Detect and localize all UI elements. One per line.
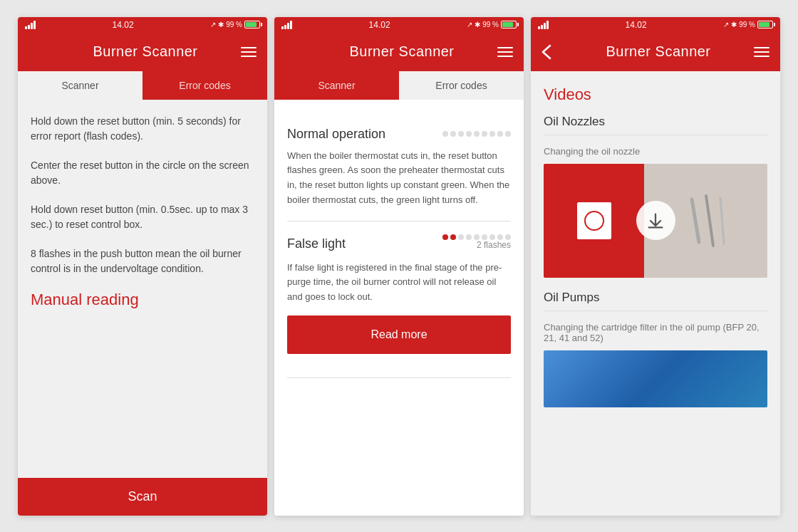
signal-bar-1 — [25, 26, 27, 29]
signal-bar-3 — [31, 23, 33, 29]
signal-bar-4 — [33, 21, 36, 29]
dot-f-2 — [450, 234, 456, 240]
signal-bar-2-3 — [287, 23, 289, 29]
download-icon — [646, 211, 665, 231]
status-right-3: ↗ ✱ 99 % — [723, 21, 773, 28]
oil-pumps-item: Oil Pumps Changing the cartridge filter … — [544, 291, 767, 407]
bluetooth-icon-3: ✱ — [731, 21, 737, 28]
arrow-icon-2: ↗ — [467, 21, 472, 28]
wifi-percent-3: 99 % — [739, 21, 755, 28]
arrow-icon-1: ↗ — [210, 21, 216, 28]
status-bar-2: 14.02 ↗ ✱ 99 % — [274, 17, 524, 33]
video-bg-left-1 — [544, 164, 644, 278]
signal-bars-3 — [538, 21, 549, 29]
dot-n-4 — [466, 131, 472, 137]
divider-1 — [544, 135, 767, 135]
oil-nozzles-thumbnail[interactable] — [544, 164, 767, 278]
oil-pumps-thumbnail[interactable] — [544, 350, 767, 407]
menu-icon-2[interactable] — [497, 47, 513, 57]
menu-line-3-3 — [754, 56, 770, 57]
app-header-1: Burner Scanner — [18, 33, 267, 71]
menu-line-2-2 — [497, 51, 513, 53]
svg-line-0 — [692, 199, 699, 242]
signal-bar-2-4 — [290, 21, 292, 29]
dot-f-1 — [442, 234, 448, 240]
false-light-desc: If false light is registered in the fina… — [287, 261, 511, 305]
download-circle-1 — [636, 201, 675, 240]
videos-section-title: Videos — [544, 85, 767, 104]
dot-n-7 — [489, 131, 495, 137]
back-button[interactable] — [542, 44, 563, 60]
false-light-flash-count: 2 flashes — [477, 240, 511, 250]
oil-nozzles-item: Oil Nozzles Changing the oil nozzle — [544, 115, 767, 278]
status-bar-1: 14.02 ↗ ✱ 99 % — [18, 17, 267, 33]
app-header-3: Burner Scanner — [531, 33, 780, 71]
dot-f-6 — [482, 234, 487, 240]
read-more-button[interactable]: Read more — [287, 315, 511, 354]
manual-reading-title: Manual reading — [31, 291, 254, 309]
tab-scanner-1[interactable]: Scanner — [18, 71, 142, 100]
oil-pumps-title: Oil Pumps — [544, 291, 767, 305]
bluetooth-icon-2: ✱ — [475, 21, 480, 28]
normal-operation-desc: When the boiler thermostat cuts in, the … — [287, 149, 511, 208]
tab-error-codes-2[interactable]: Error codes — [399, 71, 524, 100]
dot-n-5 — [474, 131, 480, 137]
dot-n-8 — [497, 131, 503, 137]
signal-bars-2 — [281, 21, 292, 29]
dot-n-9 — [505, 131, 511, 137]
menu-line-2-1 — [497, 47, 513, 48]
status-time-2: 14.02 — [369, 20, 390, 30]
wifi-percent-1: 99 % — [226, 21, 242, 28]
menu-icon-3[interactable] — [754, 47, 770, 57]
error-normal-header: Normal operation — [287, 127, 511, 142]
normal-operation-dots — [442, 131, 511, 137]
status-right-1: ↗ ✱ 99 % — [210, 21, 260, 28]
app-title-1: Burner Scanner — [50, 43, 241, 60]
battery-fill-1 — [246, 22, 256, 27]
bluetooth-icon-1: ✱ — [218, 21, 224, 28]
arrow-icon-3: ↗ — [723, 21, 729, 28]
menu-icon-1[interactable] — [241, 47, 256, 57]
dot-n-2 — [450, 131, 456, 137]
instruction-1: Hold down the reset button (min. 5 secon… — [31, 114, 254, 144]
status-time-1: 14.02 — [113, 20, 134, 30]
signal-bars-1 — [25, 21, 36, 29]
oil-pumps-subtitle: Changing the cartridge filter in the oil… — [544, 322, 767, 343]
battery-1 — [244, 21, 260, 28]
tabs-2: Scanner Error codes — [274, 71, 524, 100]
signal-bar-3-1 — [538, 26, 540, 29]
signal-area-2 — [281, 21, 292, 29]
menu-line-2 — [241, 51, 256, 53]
signal-bar-3-4 — [546, 21, 549, 29]
phone-2: 14.02 ↗ ✱ 99 % Burner Scanner Scanner — [274, 17, 524, 516]
dot-f-3 — [458, 234, 464, 240]
back-chevron-icon — [542, 44, 551, 60]
instruction-2: Center the reset button in the circle on… — [31, 158, 254, 188]
phone-1: 14.02 ↗ ✱ 99 % Burner Scanner Scanner — [18, 17, 267, 516]
oil-nozzles-subtitle: Changing the oil nozzle — [544, 146, 767, 157]
scan-button[interactable]: Scan — [18, 478, 267, 516]
battery-fill-3 — [759, 22, 770, 27]
app-title-3: Burner Scanner — [563, 43, 754, 60]
wifi-percent-2: 99 % — [482, 21, 499, 28]
normal-operation-title: Normal operation — [287, 127, 385, 142]
content-3: Videos Oil Nozzles Changing the oil nozz… — [531, 71, 780, 516]
tabs-1: Scanner Error codes — [18, 71, 267, 100]
tab-error-codes-1[interactable]: Error codes — [142, 71, 267, 100]
app-header-2: Burner Scanner — [274, 33, 524, 71]
app-title-2: Burner Scanner — [306, 43, 497, 60]
tab-scanner-2[interactable]: Scanner — [274, 71, 399, 100]
signal-bar-2 — [28, 25, 30, 29]
content-1: Hold down the reset button (min. 5 secon… — [18, 100, 267, 478]
status-time-3: 14.02 — [626, 20, 647, 30]
dot-f-5 — [474, 234, 480, 240]
signal-bar-2-2 — [284, 25, 286, 29]
dot-f-4 — [466, 234, 472, 240]
svg-line-1 — [706, 196, 713, 246]
instruction-4: 8 flashes in the push button mean the oi… — [31, 246, 254, 276]
instruction-3: Hold down reset button (min. 0.5sec. up … — [31, 202, 254, 232]
menu-line-1 — [241, 47, 256, 48]
false-light-dots — [442, 234, 511, 240]
signal-bar-3-3 — [544, 23, 546, 29]
menu-line-3-1 — [754, 47, 770, 48]
